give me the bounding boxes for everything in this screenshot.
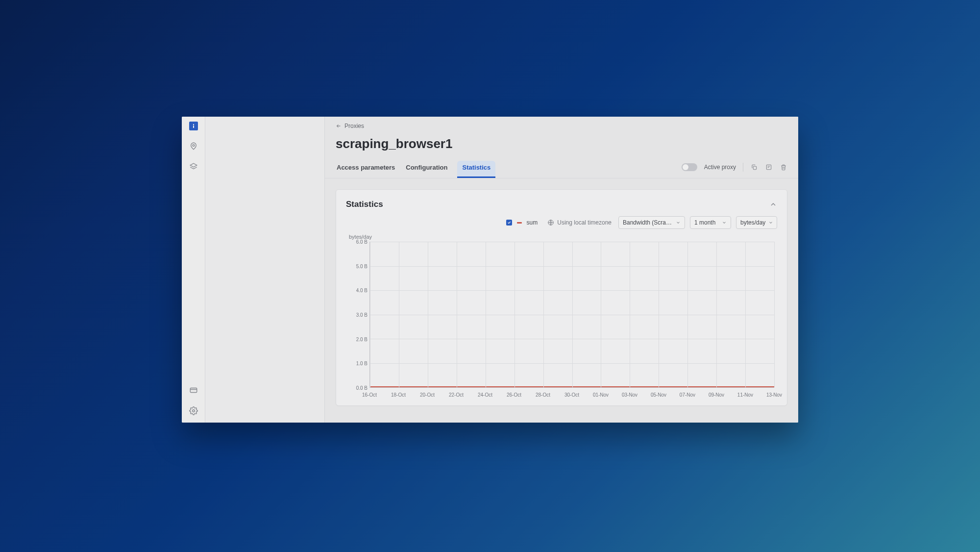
x-tick-label: 22-Oct bbox=[449, 392, 464, 398]
gridline-v bbox=[659, 242, 659, 387]
y-tick-label: 1.0 B bbox=[349, 361, 368, 366]
gridline-v bbox=[428, 242, 428, 387]
svg-rect-5 bbox=[753, 166, 756, 169]
x-tick-label: 13-Nov bbox=[766, 392, 782, 398]
x-tick-label: 24-Oct bbox=[478, 392, 492, 398]
svg-rect-0 bbox=[193, 124, 194, 125]
main-pane: Proxies scraping_browser1 Access paramet… bbox=[325, 117, 798, 423]
chevron-down-icon bbox=[768, 220, 773, 225]
collapse-toggle[interactable] bbox=[769, 201, 777, 208]
gridline-v bbox=[514, 242, 515, 387]
x-tick-label: 01-Nov bbox=[593, 392, 609, 398]
chart-controls: sum Using local timezone Bandwidth (Scra… bbox=[346, 216, 777, 229]
x-tick-label: 11-Nov bbox=[737, 392, 753, 398]
plot-area bbox=[369, 242, 774, 388]
y-tick-label: 2.0 B bbox=[349, 336, 368, 342]
timezone-label: Using local timezone bbox=[557, 219, 612, 226]
globe-icon bbox=[547, 219, 554, 226]
svg-point-4 bbox=[192, 410, 195, 412]
card-title: Statistics bbox=[346, 200, 383, 209]
y-tick-label: 6.0 B bbox=[349, 239, 368, 245]
gridline-v bbox=[716, 242, 717, 387]
gridline-v bbox=[457, 242, 457, 387]
main-header: Proxies scraping_browser1 Access paramet… bbox=[325, 117, 798, 178]
metric-select-value: Bandwidth (Scraping Brows bbox=[623, 219, 673, 226]
metric-select[interactable]: Bandwidth (Scraping Brows bbox=[618, 216, 685, 229]
svg-rect-1 bbox=[193, 125, 194, 128]
active-proxy-label: Active proxy bbox=[704, 164, 736, 171]
gridline-v bbox=[745, 242, 746, 387]
unit-select[interactable]: bytes/day bbox=[736, 216, 777, 229]
credit-card-icon[interactable] bbox=[189, 385, 198, 395]
y-tick-label: 5.0 B bbox=[349, 263, 368, 269]
legend-sum-label: sum bbox=[527, 219, 538, 226]
x-tick-label: 09-Nov bbox=[709, 392, 724, 398]
chevron-down-icon bbox=[676, 220, 681, 225]
breadcrumb-back[interactable]: Proxies bbox=[336, 123, 787, 129]
gridline-v bbox=[399, 242, 399, 387]
layers-icon[interactable] bbox=[189, 162, 198, 172]
x-tick-label: 28-Oct bbox=[536, 392, 550, 398]
gridline-v bbox=[543, 242, 544, 387]
brand-logo[interactable] bbox=[189, 122, 198, 130]
left-rail bbox=[182, 117, 205, 423]
gridline-v bbox=[774, 242, 775, 387]
legend-sum-checkbox[interactable] bbox=[506, 220, 512, 226]
unit-select-value: bytes/day bbox=[740, 219, 765, 226]
settings-gear-icon[interactable] bbox=[189, 406, 198, 416]
x-tick-label: 30-Oct bbox=[564, 392, 579, 398]
content-scroll: Statistics sum Using loca bbox=[325, 178, 798, 423]
active-proxy-toggle[interactable] bbox=[682, 163, 697, 171]
gridline-v bbox=[687, 242, 688, 387]
gridline-v bbox=[572, 242, 573, 387]
gridline-v bbox=[601, 242, 601, 387]
card-header: Statistics bbox=[346, 200, 777, 209]
copy-icon[interactable] bbox=[750, 163, 758, 171]
x-tick-label: 05-Nov bbox=[651, 392, 666, 398]
svg-rect-3 bbox=[190, 388, 197, 393]
x-tick-label: 07-Nov bbox=[680, 392, 695, 398]
note-icon[interactable] bbox=[765, 163, 773, 171]
gridline-v bbox=[486, 242, 486, 387]
x-tick-label: 03-Nov bbox=[622, 392, 637, 398]
divider bbox=[743, 163, 743, 172]
statistics-card: Statistics sum Using loca bbox=[336, 189, 787, 406]
location-pin-icon[interactable] bbox=[189, 141, 198, 151]
tab-configuration[interactable]: Configuration bbox=[405, 161, 448, 178]
y-tick-label: 3.0 B bbox=[349, 312, 368, 318]
page-title: scraping_browser1 bbox=[336, 136, 787, 151]
gridline-v bbox=[630, 242, 630, 387]
period-select[interactable]: 1 month bbox=[690, 216, 731, 229]
trash-icon[interactable] bbox=[780, 163, 787, 171]
x-tick-label: 26-Oct bbox=[507, 392, 521, 398]
period-select-value: 1 month bbox=[694, 219, 715, 226]
svg-point-2 bbox=[193, 145, 195, 147]
chevron-down-icon bbox=[722, 220, 727, 225]
tab-access-parameters[interactable]: Access parameters bbox=[336, 161, 396, 178]
x-tick-label: 20-Oct bbox=[420, 392, 435, 398]
breadcrumb-label: Proxies bbox=[344, 123, 364, 129]
app-window: Proxies scraping_browser1 Access paramet… bbox=[182, 117, 798, 423]
y-tick-label: 0.0 B bbox=[349, 385, 368, 391]
header-right-controls: Active proxy bbox=[682, 163, 787, 176]
arrow-left-icon bbox=[336, 123, 342, 129]
y-tick-label: 4.0 B bbox=[349, 288, 368, 293]
left-panel bbox=[205, 117, 325, 423]
tabs-row: Access parameters Configuration Statisti… bbox=[336, 160, 787, 178]
svg-rect-6 bbox=[766, 165, 771, 169]
legend-sum-swatch bbox=[517, 222, 522, 224]
chart: bytes/day 0.0 B1.0 B2.0 B3.0 B4.0 B5.0 B… bbox=[346, 234, 777, 401]
timezone-indicator[interactable]: Using local timezone bbox=[547, 219, 612, 226]
x-tick-label: 18-Oct bbox=[391, 392, 406, 398]
tab-statistics[interactable]: Statistics bbox=[457, 161, 495, 178]
gridline-v bbox=[370, 242, 370, 387]
x-tick-label: 16-Oct bbox=[362, 392, 377, 398]
